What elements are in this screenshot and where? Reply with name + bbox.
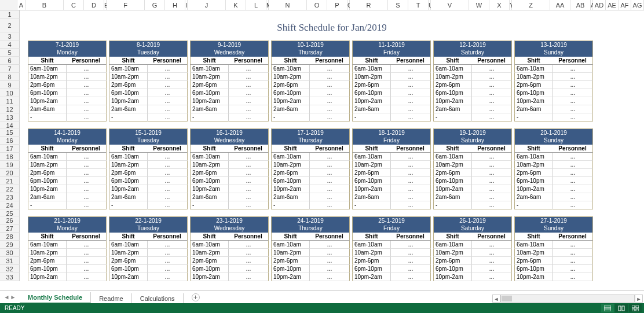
personnel-cell[interactable]: ... — [66, 169, 107, 177]
personnel-cell[interactable]: ... — [309, 265, 350, 273]
col-header[interactable]: N — [269, 0, 307, 10]
col-header[interactable]: G — [145, 0, 165, 10]
col-header[interactable]: L — [246, 0, 266, 10]
personnel-cell[interactable]: ... — [552, 153, 593, 161]
shift-time-cell[interactable]: 6pm-10pm — [352, 177, 390, 185]
shift-time-cell[interactable]: 2am-6am — [433, 105, 471, 113]
personnel-cell[interactable]: ... — [66, 161, 107, 169]
personnel-cell[interactable]: ... — [66, 249, 107, 257]
personnel-cell[interactable]: ... — [66, 65, 107, 73]
personnel-cell[interactable]: ... — [471, 97, 512, 105]
shift-time-cell[interactable]: 10pm-2am — [190, 273, 228, 281]
row-header[interactable]: 30 — [0, 249, 20, 257]
sheet-tab[interactable]: Readme — [91, 293, 132, 304]
shift-time-cell[interactable]: 10am-2pm — [271, 249, 309, 257]
row-header[interactable]: 1 — [0, 10, 20, 19]
personnel-cell[interactable]: ... — [147, 201, 188, 209]
personnel-cell[interactable]: ... — [390, 65, 431, 73]
shift-time-cell[interactable]: 6am-10am — [514, 65, 552, 73]
shift-time-cell[interactable]: 10pm-2am — [352, 273, 390, 281]
shift-time-cell[interactable]: 2am-6am — [190, 193, 228, 201]
personnel-cell[interactable]: ... — [390, 193, 431, 201]
personnel-cell[interactable]: ... — [147, 169, 188, 177]
row-header[interactable]: 24 — [0, 201, 20, 209]
row-header[interactable]: 32 — [0, 265, 20, 273]
shift-time-cell[interactable]: - — [271, 201, 309, 209]
shift-time-cell[interactable]: 2pm-6pm — [352, 169, 390, 177]
shift-time-cell[interactable]: - — [352, 201, 390, 209]
personnel-cell[interactable]: ... — [147, 265, 188, 273]
col-header[interactable]: S — [388, 0, 408, 10]
row-header[interactable]: 20 — [0, 169, 20, 177]
col-header[interactable]: R — [350, 0, 388, 10]
row-header[interactable]: 6 — [0, 57, 20, 65]
shift-time-cell[interactable]: 2pm-6pm — [514, 81, 552, 89]
col-header[interactable]: AA — [550, 0, 570, 10]
shift-time-cell[interactable]: 2am-6am — [271, 193, 309, 201]
col-header[interactable]: F — [107, 0, 145, 10]
row-header[interactable]: 21 — [0, 177, 20, 185]
personnel-cell[interactable]: ... — [147, 113, 188, 121]
personnel-cell[interactable]: ... — [390, 201, 431, 209]
shift-time-cell[interactable]: 10am-2pm — [109, 73, 147, 81]
shift-time-cell[interactable]: 6am-10am — [352, 241, 390, 249]
personnel-cell[interactable]: ... — [228, 169, 269, 177]
shift-time-cell[interactable]: 6pm-10pm — [28, 265, 66, 273]
shift-time-cell[interactable]: 10pm-2am — [271, 185, 309, 193]
col-header[interactable]: O — [307, 0, 327, 10]
shift-time-cell[interactable]: - — [190, 201, 228, 209]
add-sheet-button[interactable]: + — [192, 293, 200, 301]
personnel-cell[interactable]: ... — [147, 185, 188, 193]
personnel-cell[interactable]: ... — [390, 241, 431, 249]
shift-time-cell[interactable]: 10am-2pm — [433, 73, 471, 81]
personnel-cell[interactable]: ... — [66, 265, 107, 273]
personnel-cell[interactable]: ... — [552, 273, 593, 281]
shift-time-cell[interactable]: 2pm-6pm — [271, 81, 309, 89]
personnel-cell[interactable]: ... — [228, 105, 269, 113]
shift-time-cell[interactable]: 6pm-10pm — [28, 177, 66, 185]
col-header[interactable]: P — [327, 0, 347, 10]
shift-time-cell[interactable]: 6pm-10pm — [433, 89, 471, 97]
personnel-cell[interactable]: ... — [390, 153, 431, 161]
personnel-cell[interactable]: ... — [552, 169, 593, 177]
shift-time-cell[interactable]: 6am-10am — [433, 241, 471, 249]
tab-nav-arrows[interactable]: ◄ ► — [0, 294, 20, 300]
shift-time-cell[interactable]: 2am-6am — [271, 105, 309, 113]
personnel-cell[interactable]: ... — [66, 73, 107, 81]
personnel-cell[interactable]: ... — [552, 105, 593, 113]
row-header[interactable]: 27 — [0, 224, 20, 233]
personnel-cell[interactable]: ... — [471, 105, 512, 113]
shift-time-cell[interactable]: 10am-2pm — [514, 73, 552, 81]
shift-time-cell[interactable]: 6pm-10pm — [433, 177, 471, 185]
personnel-cell[interactable]: ... — [471, 185, 512, 193]
personnel-cell[interactable]: ... — [309, 169, 350, 177]
shift-time-cell[interactable]: 2pm-6pm — [514, 257, 552, 265]
shift-time-cell[interactable]: - — [109, 201, 147, 209]
row-header[interactable]: 5 — [0, 49, 20, 57]
shift-time-cell[interactable]: 6am-10am — [109, 65, 147, 73]
scroll-left-icon[interactable]: ◄ — [492, 294, 500, 303]
personnel-cell[interactable]: ... — [471, 257, 512, 265]
shift-time-cell[interactable]: 10pm-2am — [433, 97, 471, 105]
shift-time-cell[interactable]: 2pm-6pm — [433, 81, 471, 89]
shift-time-cell[interactable]: 10am-2pm — [271, 73, 309, 81]
sheet-tab[interactable]: Calculations — [132, 293, 184, 304]
shift-time-cell[interactable]: 10am-2pm — [271, 161, 309, 169]
personnel-cell[interactable]: ... — [147, 273, 188, 281]
personnel-cell[interactable]: ... — [309, 257, 350, 265]
col-header[interactable]: T — [408, 0, 429, 10]
shift-time-cell[interactable]: 10pm-2am — [109, 185, 147, 193]
row-header[interactable]: 33 — [0, 273, 20, 281]
personnel-cell[interactable]: ... — [390, 185, 431, 193]
personnel-cell[interactable]: ... — [471, 81, 512, 89]
personnel-cell[interactable]: ... — [309, 201, 350, 209]
shift-time-cell[interactable]: 2pm-6pm — [271, 169, 309, 177]
row-header[interactable]: 23 — [0, 193, 20, 201]
shift-time-cell[interactable]: 6am-10am — [109, 153, 147, 161]
personnel-cell[interactable]: ... — [147, 73, 188, 81]
shift-time-cell[interactable]: 6pm-10pm — [514, 177, 552, 185]
personnel-cell[interactable]: ... — [66, 97, 107, 105]
row-header[interactable]: 8 — [0, 73, 20, 81]
shift-time-cell[interactable]: 10am-2pm — [190, 73, 228, 81]
shift-time-cell[interactable]: - — [433, 201, 471, 209]
